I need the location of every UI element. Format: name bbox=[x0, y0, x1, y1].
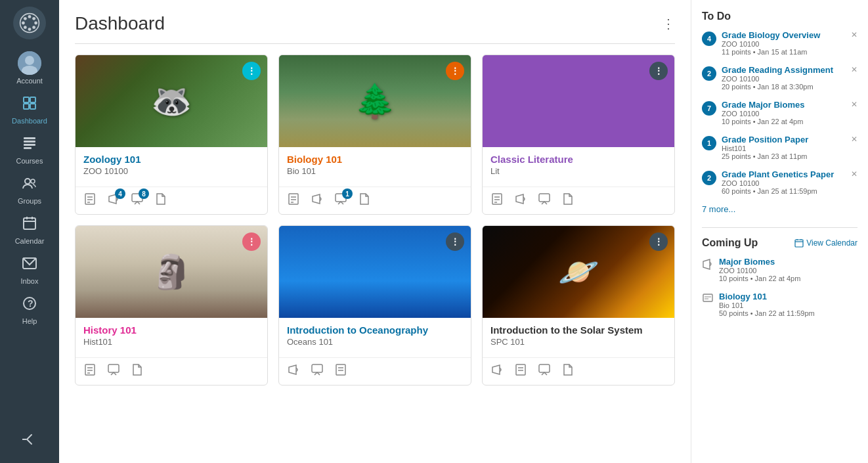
todo-close-2[interactable]: ✕ bbox=[851, 100, 857, 109]
files-icon-spc101[interactable] bbox=[561, 363, 575, 380]
sidebar-item-courses[interactable]: Courses bbox=[0, 130, 59, 170]
discussions-icon-hist101[interactable] bbox=[107, 363, 120, 380]
card-menu-hist101[interactable]: ⋮ bbox=[242, 232, 261, 251]
course-title-spc101[interactable]: Introduction to the Solar System bbox=[490, 324, 666, 336]
course-card-spc101[interactable]: 🪐 ⋮ Introduction to the Solar System SPC… bbox=[482, 225, 675, 386]
course-image-bio101: 🌲 ⋮ bbox=[279, 55, 471, 147]
course-title-bio101[interactable]: Biology 101 bbox=[287, 154, 463, 165]
panel-divider bbox=[702, 227, 857, 228]
sidebar-item-groups[interactable]: Groups bbox=[0, 170, 59, 210]
header-more-button[interactable]: ⋮ bbox=[662, 17, 675, 30]
todo-sub2-4: 60 points • Jan 25 at 11:59pm bbox=[722, 187, 834, 195]
files-icon-hist101[interactable] bbox=[131, 363, 144, 380]
svg-text:?: ? bbox=[28, 298, 33, 309]
svg-point-6 bbox=[32, 26, 35, 29]
files-icon-zoo101[interactable] bbox=[154, 192, 167, 209]
svg-point-4 bbox=[34, 22, 37, 25]
announcements-icon-lit[interactable] bbox=[514, 192, 527, 209]
course-card-body-zoo101: Zoology 101 ZOO 10100 bbox=[76, 147, 267, 187]
assignments-icon-hist101[interactable] bbox=[83, 363, 97, 380]
app-logo[interactable] bbox=[13, 7, 46, 39]
svg-rect-22 bbox=[24, 218, 35, 229]
todo-sub2-1: 20 points • Jan 18 at 3:30pm bbox=[722, 83, 833, 91]
discussions-icon-oceans101[interactable] bbox=[311, 363, 324, 380]
discussions-icon-zoo101[interactable]: 8 bbox=[131, 192, 144, 209]
todo-title-2[interactable]: Grade Major Biomes bbox=[722, 100, 804, 110]
coming-up-header: Coming Up View Calendar bbox=[702, 237, 857, 249]
todo-more-link[interactable]: 7 more... bbox=[702, 204, 857, 214]
inbox-icon bbox=[22, 255, 37, 275]
todo-title-0[interactable]: Grade Biology Overview bbox=[722, 30, 820, 40]
svg-rect-57 bbox=[539, 364, 550, 372]
todo-sub1-2: ZOO 10100 bbox=[722, 110, 804, 118]
course-card-zoo101[interactable]: 🦝 ⋮ Zoology 101 ZOO 10100 4 8 bbox=[75, 55, 268, 215]
card-menu-oceans101[interactable]: ⋮ bbox=[446, 232, 464, 251]
assignments-icon-spc101[interactable] bbox=[514, 363, 527, 380]
card-menu-spc101[interactable]: ⋮ bbox=[649, 232, 668, 251]
assignments-icon-zoo101[interactable] bbox=[83, 192, 97, 209]
sidebar-item-help[interactable]: ? Help bbox=[0, 290, 59, 330]
todo-close-0[interactable]: ✕ bbox=[851, 30, 857, 39]
course-title-hist101[interactable]: History 101 bbox=[83, 324, 259, 336]
course-code-hist101: Hist101 bbox=[83, 337, 259, 347]
todo-badge-1: 2 bbox=[702, 66, 716, 81]
course-code-oceans101: Oceans 101 bbox=[287, 337, 463, 347]
course-card-bio101[interactable]: 🌲 ⋮ Biology 101 Bio 101 1 bbox=[278, 55, 471, 215]
course-card-oceans101[interactable]: ⋮ Introduction to Oceanography Oceans 10… bbox=[278, 225, 471, 386]
card-menu-bio101[interactable]: ⋮ bbox=[446, 62, 464, 80]
sidebar-item-inbox[interactable]: Inbox bbox=[0, 250, 59, 290]
svg-rect-18 bbox=[24, 144, 35, 146]
todo-close-4[interactable]: ✕ bbox=[851, 169, 857, 179]
files-icon-bio101[interactable] bbox=[358, 192, 371, 209]
svg-point-21 bbox=[31, 179, 35, 183]
course-title-zoo101[interactable]: Zoology 101 bbox=[83, 154, 259, 165]
assignments-icon-oceans101[interactable] bbox=[334, 363, 347, 380]
course-title-lit[interactable]: Classic Literature bbox=[490, 154, 666, 165]
discussions-icon-lit[interactable] bbox=[538, 192, 551, 209]
discussions-icon-bio101[interactable]: 1 bbox=[334, 192, 347, 209]
coming-title-1[interactable]: Biology 101 bbox=[719, 292, 815, 301]
todo-title-4[interactable]: Grade Plant Genetics Paper bbox=[722, 169, 834, 179]
sidebar-item-account[interactable]: Account bbox=[0, 46, 59, 90]
coming-sub1-1: Bio 101 bbox=[719, 301, 815, 309]
card-menu-lit[interactable]: ⋮ bbox=[649, 62, 668, 80]
svg-rect-51 bbox=[336, 364, 345, 375]
card-menu-zoo101[interactable]: ⋮ bbox=[242, 62, 261, 80]
main-header: Dashboard ⋮ bbox=[75, 13, 675, 44]
course-image-spc101: 🪐 ⋮ bbox=[483, 226, 674, 318]
sidebar-item-dashboard[interactable]: Dashboard bbox=[0, 90, 59, 130]
announcements-icon-oceans101[interactable] bbox=[287, 363, 300, 380]
files-icon-lit[interactable] bbox=[561, 192, 575, 209]
course-card-lit[interactable]: ⋮ Classic Literature Lit bbox=[482, 55, 675, 215]
todo-content-4: Grade Plant Genetics Paper ZOO 10100 60 … bbox=[722, 169, 834, 195]
coming-title-0[interactable]: Major Biomes bbox=[719, 257, 800, 267]
coming-icon-1 bbox=[702, 293, 714, 307]
todo-list: 4 Grade Biology Overview ZOO 10100 11 po… bbox=[702, 30, 857, 195]
course-code-zoo101: ZOO 10100 bbox=[83, 166, 259, 176]
svg-rect-13 bbox=[30, 97, 35, 102]
course-card-body-hist101: History 101 Hist101 bbox=[76, 318, 267, 357]
todo-close-1[interactable]: ✕ bbox=[851, 65, 857, 74]
discussions-icon-spc101[interactable] bbox=[538, 363, 551, 380]
todo-item-2: 7 Grade Major Biomes ZOO 10100 10 points… bbox=[702, 100, 857, 125]
assignments-icon-bio101[interactable] bbox=[287, 192, 300, 209]
course-title-oceans101[interactable]: Introduction to Oceanography bbox=[287, 324, 463, 336]
todo-badge-3: 1 bbox=[702, 136, 716, 150]
todo-title-1[interactable]: Grade Reading Assignment bbox=[722, 65, 833, 75]
course-card-body-spc101: Introduction to the Solar System SPC 101 bbox=[483, 318, 674, 357]
announcements-icon-zoo101[interactable]: 4 bbox=[107, 192, 120, 209]
assignments-icon-lit[interactable] bbox=[490, 192, 504, 209]
view-calendar-button[interactable]: View Calendar bbox=[794, 238, 857, 248]
todo-close-3[interactable]: ✕ bbox=[851, 135, 857, 144]
announcements-icon-bio101[interactable] bbox=[311, 192, 324, 209]
todo-title-3[interactable]: Grade Position Paper bbox=[722, 135, 808, 144]
course-card-hist101[interactable]: 🗿 ⋮ History 101 Hist101 bbox=[75, 225, 268, 386]
svg-point-10 bbox=[25, 56, 34, 65]
todo-sub2-2: 10 points • Jan 22 at 4pm bbox=[722, 118, 804, 125]
announcements-icon-spc101[interactable] bbox=[490, 363, 504, 380]
sidebar-item-calendar[interactable]: Calendar bbox=[0, 210, 59, 250]
course-footer-oceans101 bbox=[279, 357, 471, 385]
coming-sub2-0: 10 points • Jan 22 at 4pm bbox=[719, 275, 800, 282]
course-code-spc101: SPC 101 bbox=[490, 337, 666, 347]
collapse-button[interactable] bbox=[16, 426, 43, 456]
